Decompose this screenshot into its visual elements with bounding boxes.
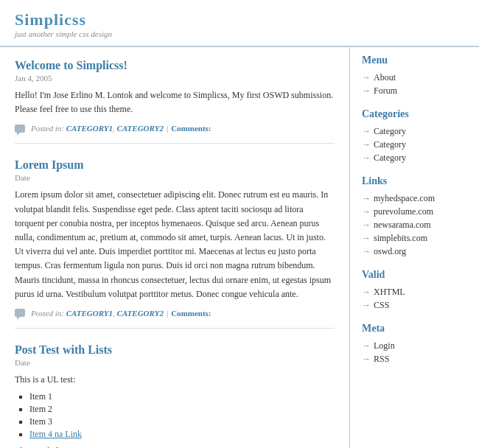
sidebar-item-cat2: → Category bbox=[362, 139, 467, 150]
arrow-icon: → bbox=[362, 153, 371, 164]
sidebar-categories-list: → Category → Category → Category bbox=[362, 126, 467, 164]
sidebar-item-rss: → RSS bbox=[362, 354, 467, 365]
sidebar-link-cat2[interactable]: Category bbox=[374, 139, 406, 150]
sidebar-link-2[interactable]: purevolume.com bbox=[374, 206, 433, 217]
main-content: Welcome to Simplicss! Jan 4, 2005 Hello!… bbox=[0, 47, 350, 448]
sidebar-link-5[interactable]: oswd.org bbox=[374, 246, 406, 257]
list-item: Item 1 bbox=[29, 391, 335, 402]
comment-icon bbox=[15, 125, 25, 133]
post-date: Date bbox=[15, 358, 335, 367]
sidebar-link-about[interactable]: About bbox=[374, 72, 396, 83]
category-link[interactable]: CATEGORY1 bbox=[66, 309, 113, 318]
sidebar-links: Links → myhedspace.com → purevolume.com … bbox=[362, 175, 467, 257]
sidebar-menu-heading: Menu bbox=[362, 55, 467, 68]
sidebar-item-link5: → oswd.org bbox=[362, 246, 467, 257]
site-header: Simplicss just another simple css design bbox=[0, 0, 479, 47]
arrow-icon: → bbox=[362, 354, 371, 365]
post-lists: Post Test with Lists Date This is a UL t… bbox=[15, 343, 335, 448]
post-outro: This is P below UL bbox=[15, 444, 335, 448]
list-item: Item 3 bbox=[29, 416, 335, 427]
site-title: Simplicss bbox=[15, 10, 464, 29]
post-title-link[interactable]: Lorem Ipsum bbox=[15, 158, 84, 171]
arrow-icon: → bbox=[362, 193, 371, 204]
post-meta: Posted in: CATEGORY1, CATEGORY2 | Commen… bbox=[15, 309, 335, 318]
post-body: Lorem ipsum dolor sit amet, consectetuer… bbox=[15, 188, 335, 301]
sidebar-link-3[interactable]: newsarama.com bbox=[374, 220, 431, 231]
sidebar-meta-heading: Meta bbox=[362, 323, 467, 336]
site-title-plain: Simpli bbox=[15, 10, 64, 29]
sidebar-links-list: → myhedspace.com → purevolume.com → news… bbox=[362, 193, 467, 257]
category-link[interactable]: CATEGORY2 bbox=[117, 309, 164, 318]
sidebar-link-xhtml[interactable]: XHTML bbox=[374, 287, 405, 298]
sidebar-item-xhtml: → XHTML bbox=[362, 287, 467, 298]
sidebar-item-link2: → purevolume.com bbox=[362, 206, 467, 217]
sidebar-categories-heading: Categories bbox=[362, 108, 467, 122]
arrow-icon: → bbox=[362, 246, 371, 257]
arrow-icon: → bbox=[362, 300, 371, 311]
sidebar-link-4[interactable]: simplebits.com bbox=[374, 233, 427, 244]
arrow-icon: → bbox=[362, 233, 371, 244]
sidebar-item-link4: → simplebits.com bbox=[362, 233, 467, 244]
site-title-highlight: css bbox=[64, 10, 86, 29]
sidebar-link-forum[interactable]: Forum bbox=[374, 85, 397, 97]
arrow-icon: → bbox=[362, 287, 371, 298]
category-link[interactable]: CATEGORY2 bbox=[117, 124, 164, 133]
post-meta: Posted in: CATEGORY1, CATEGORY2 | Commen… bbox=[15, 124, 335, 133]
arrow-icon: → bbox=[362, 72, 371, 83]
arrow-icon: → bbox=[362, 139, 371, 150]
sidebar-item-link3: → newsarama.com bbox=[362, 220, 467, 231]
sidebar-menu-list: → About → Forum bbox=[362, 72, 467, 97]
sidebar-categories: Categories → Category → Category → Categ… bbox=[362, 108, 467, 164]
arrow-icon: → bbox=[362, 126, 371, 137]
sidebar-links-heading: Links bbox=[362, 175, 467, 189]
sidebar-item-cat3: → Category bbox=[362, 153, 467, 164]
sidebar-valid-heading: Valid bbox=[362, 269, 467, 282]
post-title: Lorem Ipsum bbox=[15, 158, 335, 172]
sidebar-link-cat1[interactable]: Category bbox=[374, 126, 406, 137]
post-lorem: Lorem Ipsum Date Lorem ipsum dolor sit a… bbox=[15, 158, 335, 329]
sidebar-meta: Meta → Login → RSS bbox=[362, 323, 467, 365]
arrow-icon: → bbox=[362, 206, 371, 217]
posted-in-label: Posted in: CATEGORY1, CATEGORY2 bbox=[31, 309, 164, 318]
post-title-link[interactable]: Welcome to Simplicss! bbox=[15, 59, 127, 71]
sidebar-valid-list: → XHTML → CSS bbox=[362, 287, 467, 311]
category-link[interactable]: CATEGORY1 bbox=[66, 124, 113, 133]
post-date: Date bbox=[15, 173, 335, 182]
page-wrapper: Simplicss just another simple css design… bbox=[0, 0, 479, 448]
comments-link[interactable]: Comments: bbox=[171, 309, 211, 318]
sidebar-link-cat3[interactable]: Category bbox=[374, 153, 406, 164]
sidebar-meta-list: → Login → RSS bbox=[362, 340, 467, 365]
list-item-link[interactable]: Item 4 na Link bbox=[29, 429, 82, 439]
arrow-icon: → bbox=[362, 220, 371, 231]
site-tagline: just another simple css design bbox=[15, 29, 464, 38]
post-title-link[interactable]: Post Test with Lists bbox=[15, 343, 112, 356]
list-item: Item 4 na Link bbox=[29, 429, 335, 440]
post-title: Welcome to Simplicss! bbox=[15, 59, 335, 72]
posted-in-label: Posted in: CATEGORY1, CATEGORY2 bbox=[31, 124, 164, 133]
post-list: Item 1 Item 2 Item 3 Item 4 na Link bbox=[29, 391, 335, 440]
sidebar-item-forum: → Forum bbox=[362, 85, 467, 97]
sidebar-item-cat1: → Category bbox=[362, 126, 467, 137]
post-intro: This is a UL test: bbox=[15, 373, 335, 387]
sidebar-link-rss[interactable]: RSS bbox=[374, 354, 389, 365]
post-title: Post Test with Lists bbox=[15, 343, 335, 357]
arrow-icon: → bbox=[362, 85, 371, 97]
sidebar-item-login: → Login bbox=[362, 340, 467, 351]
sidebar-link-css[interactable]: CSS bbox=[374, 300, 389, 311]
post-welcome: Welcome to Simplicss! Jan 4, 2005 Hello!… bbox=[15, 59, 335, 144]
comment-icon bbox=[15, 309, 25, 317]
post-date: Jan 4, 2005 bbox=[15, 74, 335, 83]
sidebar-valid: Valid → XHTML → CSS bbox=[362, 269, 467, 311]
sidebar: Menu → About → Forum Categories bbox=[350, 47, 479, 448]
post-body: Hello! I'm Jose Erlino M. Lontok and wel… bbox=[15, 88, 335, 116]
content-area: Welcome to Simplicss! Jan 4, 2005 Hello!… bbox=[0, 47, 479, 448]
sidebar-menu: Menu → About → Forum bbox=[362, 55, 467, 97]
sidebar-item-about: → About bbox=[362, 72, 467, 83]
arrow-icon: → bbox=[362, 340, 371, 351]
sidebar-item-link1: → myhedspace.com bbox=[362, 193, 467, 204]
sidebar-link-1[interactable]: myhedspace.com bbox=[374, 193, 435, 204]
list-item: Item 2 bbox=[29, 404, 335, 415]
sidebar-item-css: → CSS bbox=[362, 300, 467, 311]
comments-link[interactable]: Comments: bbox=[171, 124, 211, 133]
sidebar-link-login[interactable]: Login bbox=[374, 340, 395, 351]
